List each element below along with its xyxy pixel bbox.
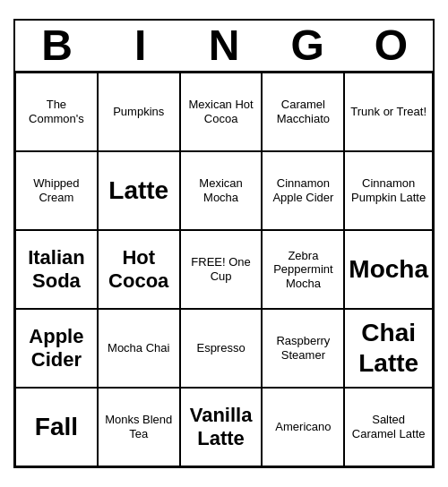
bingo-cell-6: Latte	[98, 151, 180, 230]
bingo-cell-23: Americano	[262, 388, 344, 466]
bingo-letter-i: I	[99, 21, 182, 71]
bingo-cell-18: Raspberry Steamer	[262, 309, 344, 388]
bingo-cell-13: Zebra Peppermint Mocha	[262, 230, 344, 309]
bingo-cell-12: FREE! One Cup	[180, 230, 263, 309]
bingo-letter-g: G	[266, 21, 349, 71]
bingo-cell-22: Vanilla Latte	[180, 388, 263, 466]
bingo-letter-b: B	[15, 21, 99, 71]
bingo-cell-1: Pumpkins	[98, 73, 180, 151]
bingo-cell-17: Espresso	[180, 309, 263, 388]
bingo-cell-11: Hot Cocoa	[98, 230, 180, 309]
bingo-cell-20: Fall	[15, 388, 98, 466]
bingo-header: BINGO	[15, 21, 433, 73]
bingo-cell-19: Chai Latte	[344, 309, 433, 388]
bingo-cell-16: Mocha Chai	[98, 309, 180, 388]
bingo-cell-2: Mexican Hot Cocoa	[180, 73, 263, 151]
bingo-cell-8: Cinnamon Apple Cider	[262, 151, 344, 230]
bingo-cell-3: Caramel Macchiato	[262, 73, 344, 151]
bingo-cell-24: Salted Caramel Latte	[344, 388, 433, 466]
bingo-cell-15: Apple Cider	[15, 309, 98, 388]
bingo-letter-o: O	[349, 21, 433, 71]
bingo-cell-5: Whipped Cream	[15, 151, 98, 230]
bingo-cell-9: Cinnamon Pumpkin Latte	[344, 151, 433, 230]
bingo-cell-0: The Common's	[15, 73, 98, 151]
bingo-card: BINGO The Common'sPumpkinsMexican Hot Co…	[13, 19, 435, 468]
bingo-cell-4: Trunk or Treat!	[344, 73, 433, 151]
bingo-cell-10: Italian Soda	[15, 230, 98, 309]
bingo-letter-n: N	[182, 21, 265, 71]
bingo-cell-7: Mexican Mocha	[180, 151, 263, 230]
bingo-cell-21: Monks Blend Tea	[98, 388, 180, 466]
bingo-cell-14: Mocha	[344, 230, 433, 309]
bingo-grid: The Common'sPumpkinsMexican Hot CocoaCar…	[15, 73, 433, 466]
